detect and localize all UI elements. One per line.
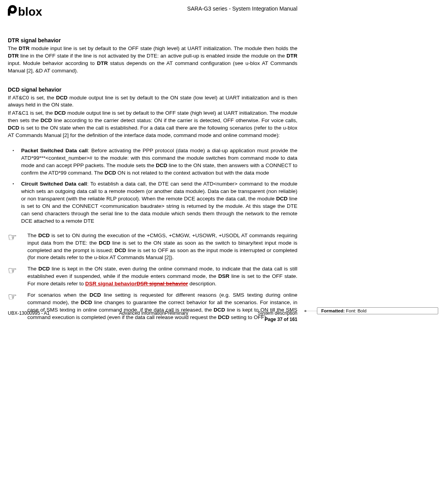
tracked-delete: DSR signal behavior <box>137 281 188 287</box>
note-1: ☞ The DCD is set to ON during the execut… <box>8 232 297 262</box>
footer-center: Advanced InformationPreliminary <box>50 310 258 316</box>
list-item: Packet Switched Data call: Before activa… <box>13 147 297 177</box>
balloon-text: Font: Bold <box>345 308 367 313</box>
ublox-logo: blox <box>8 4 55 20</box>
dcd-p1: If AT&C0 is set, the DCD module output l… <box>8 94 297 109</box>
section-dcd-head: DCD signal behavior <box>8 87 297 93</box>
svg-text:blox: blox <box>18 5 42 18</box>
footer-right: System description <box>258 310 297 316</box>
balloon-connector <box>305 311 317 311</box>
list-item: Circuit Switched Data call: To establish… <box>13 180 297 225</box>
balloon-label: Formatted: <box>321 308 345 313</box>
section-dtr-head: DTR signal behavior <box>8 37 297 43</box>
page-number: Page 37 of 161 <box>8 317 297 322</box>
comment-balloon: Formatted: Font: Bold <box>305 307 438 314</box>
page-footer: UBX-13000995 - A1 Advanced InformationPr… <box>8 310 297 322</box>
svg-point-1 <box>11 8 14 11</box>
scenario-list: Packet Switched Data call: Before activa… <box>13 147 297 225</box>
document-title: SARA-G3 series - System Integration Manu… <box>187 5 297 12</box>
note-2: ☞ The DCD line is kept in the ON state, … <box>8 265 297 288</box>
dtr-paragraph: The DTR module input line is set by defa… <box>8 45 297 75</box>
pointing-hand-icon: ☞ <box>8 265 27 288</box>
pointing-hand-icon: ☞ <box>8 232 27 262</box>
tracked-insert: DSR signal behavior <box>85 281 137 287</box>
footer-left: UBX-13000995 - A1 <box>8 310 50 316</box>
page-header: blox SARA-G3 series - System Integration… <box>8 4 297 23</box>
svg-rect-2 <box>8 9 10 16</box>
dcd-p2: If AT&C1 is set, the DCD module output l… <box>8 110 297 139</box>
